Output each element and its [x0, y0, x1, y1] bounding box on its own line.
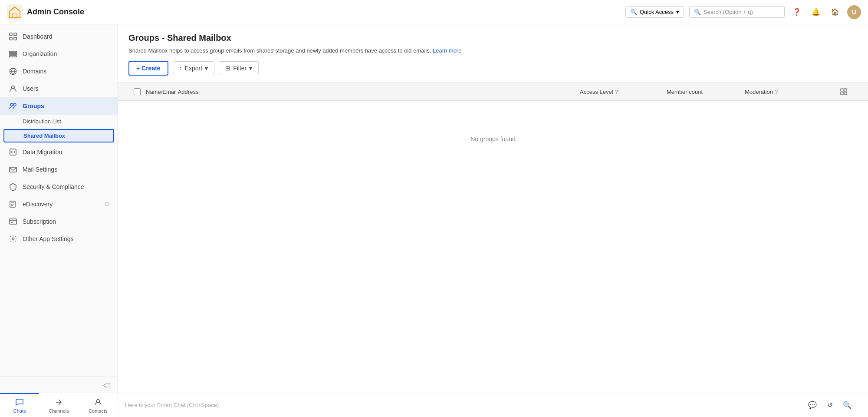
sidebar-item-ediscovery[interactable]: eDiscovery ⬡ — [0, 195, 118, 213]
help-icon: ❓ — [792, 8, 801, 16]
search-icon: 🔍 — [630, 9, 637, 15]
security-icon — [9, 182, 17, 191]
moderation-help-icon[interactable]: ? — [775, 89, 778, 95]
dashboard-icon — [9, 32, 17, 41]
sidebar-item-subscription-label: Subscription — [23, 218, 56, 225]
create-label: + Create — [136, 65, 161, 72]
quick-access-button[interactable]: 🔍 Quick Access ▾ — [625, 6, 684, 18]
search-action-button[interactable]: 🔍 — [840, 398, 854, 412]
collapse-icon: ◁≡ — [102, 381, 111, 388]
user-avatar[interactable]: U — [847, 5, 861, 19]
page-desc-text: Shared Mailbox helps to access group ema… — [128, 47, 431, 54]
data-migration-icon — [9, 148, 17, 156]
home-button[interactable]: 🏠 — [828, 5, 842, 19]
header-settings-cell[interactable] — [840, 88, 858, 95]
search-box[interactable]: 🔍 Search (Option + q) — [689, 6, 785, 18]
chat-action-button[interactable]: 💬 — [806, 398, 819, 412]
chevron-down-icon: ▾ — [676, 9, 679, 15]
app-title: Admin Console — [27, 7, 84, 17]
select-all-checkbox[interactable] — [134, 88, 141, 95]
notifications-button[interactable]: 🔔 — [809, 5, 823, 19]
sidebar-item-domains[interactable]: Domains — [0, 63, 118, 80]
contacts-label: Contacts — [89, 408, 107, 414]
sidebar-item-security-compliance[interactable]: Security & Compliance — [0, 178, 118, 195]
sidebar-item-other-app-settings[interactable]: Other App Settings — [0, 230, 118, 248]
create-button[interactable]: + Create — [128, 61, 168, 76]
access-help-icon[interactable]: ? — [615, 89, 618, 95]
search-icon-small: 🔍 — [694, 9, 701, 15]
svg-rect-7 — [10, 56, 16, 57]
sidebar-item-data-migration[interactable]: Data Migration — [0, 143, 118, 161]
sidebar-item-organization-label: Organization — [23, 50, 57, 57]
empty-message: No groups found — [470, 136, 516, 142]
sidebar-item-mail-settings[interactable]: Mail Settings — [0, 161, 118, 178]
sidebar-sub-item-distribution-list[interactable]: Distribution List — [0, 115, 118, 128]
sidebar-item-dashboard[interactable]: Dashboard — [0, 28, 118, 45]
external-link-icon: ⬡ — [105, 201, 109, 207]
filter-label: Filter — [233, 65, 247, 72]
table-area: Name/Email Address Access Level ? Member… — [118, 83, 868, 393]
filter-icon: ⊟ — [225, 65, 230, 72]
sidebar-item-data-migration-label: Data Migration — [23, 149, 62, 156]
svg-rect-4 — [14, 37, 16, 40]
mail-settings-icon — [9, 165, 17, 174]
chat-action-icon: 💬 — [808, 401, 817, 409]
quick-access-label: Quick Access — [640, 9, 674, 15]
svg-rect-20 — [10, 219, 16, 224]
chats-label: Chats — [13, 408, 26, 414]
content-area: Groups - Shared Mailbox Shared Mailbox h… — [118, 24, 868, 393]
bottom-nav-chats[interactable]: Chats — [0, 393, 39, 417]
header-member-count-label: Member count — [667, 89, 703, 95]
sidebar-item-organization[interactable]: Organization — [0, 45, 118, 63]
svg-rect-15 — [10, 167, 16, 172]
content-header: Groups - Shared Mailbox Shared Mailbox h… — [118, 24, 868, 83]
sidebar-item-subscription[interactable]: Subscription — [0, 213, 118, 230]
header-moderation-cell: Moderation ? — [745, 89, 840, 95]
distribution-list-label: Distribution List — [23, 118, 61, 125]
bottom-nav-contacts[interactable]: Contacts — [79, 393, 118, 417]
app-logo-icon — [7, 4, 23, 20]
help-button[interactable]: ❓ — [790, 5, 804, 19]
contacts-icon — [94, 398, 102, 407]
header-checkbox-cell[interactable] — [128, 88, 146, 95]
sidebar-item-users[interactable]: Users — [0, 80, 118, 97]
sidebar-sub-item-shared-mailbox[interactable]: Shared Mailbox — [3, 129, 114, 142]
home-icon: 🏠 — [831, 8, 839, 16]
sidebar-item-users-label: Users — [23, 85, 39, 92]
sidebar-collapse-button[interactable]: ◁≡ — [0, 377, 118, 393]
learn-more-link[interactable]: Learn more — [433, 47, 461, 54]
sidebar-nav: Dashboard Organization Domains Users — [0, 24, 118, 377]
svg-rect-5 — [10, 51, 16, 53]
empty-state: No groups found — [118, 101, 868, 177]
shared-mailbox-label: Shared Mailbox — [23, 132, 65, 139]
svg-rect-26 — [841, 92, 843, 95]
svg-point-12 — [10, 103, 13, 106]
smart-chat-placeholder[interactable]: Here is your Smart Chat (Ctrl+Space) — [125, 402, 806, 408]
bottom-nav-channels[interactable]: Channels — [39, 393, 78, 417]
bell-icon: 🔔 — [812, 8, 820, 16]
sidebar-item-security-label: Security & Compliance — [23, 183, 84, 190]
svg-rect-27 — [844, 92, 847, 95]
svg-rect-1 — [10, 33, 12, 36]
header-member-count-cell: Member count — [667, 89, 745, 95]
refresh-action-button[interactable]: ↺ — [823, 398, 837, 412]
search-placeholder-text: Search (Option + q) — [704, 9, 753, 15]
header-access-cell: Access Level ? — [580, 89, 667, 95]
svg-rect-25 — [844, 89, 847, 91]
svg-rect-3 — [10, 37, 12, 40]
page-title: Groups - Shared Mailbox — [128, 33, 858, 43]
users-icon — [9, 84, 17, 93]
bottom-nav-right: Here is your Smart Chat (Ctrl+Space) 💬 ↺… — [118, 398, 868, 412]
subscription-icon — [9, 217, 17, 226]
page-description: Shared Mailbox helps to access group ema… — [128, 47, 858, 54]
chats-icon — [15, 398, 24, 407]
sidebar: Dashboard Organization Domains Users — [0, 24, 118, 393]
organization-icon — [9, 50, 17, 58]
filter-button[interactable]: ⊟ Filter ▾ — [219, 61, 259, 75]
sidebar-item-groups[interactable]: Groups — [0, 97, 118, 115]
header-access-label: Access Level — [580, 89, 613, 95]
sidebar-item-groups-label: Groups — [23, 103, 44, 109]
export-button[interactable]: ↑ Export ▾ — [173, 61, 214, 75]
sidebar-item-domains-label: Domains — [23, 68, 46, 75]
groups-icon — [9, 102, 17, 110]
